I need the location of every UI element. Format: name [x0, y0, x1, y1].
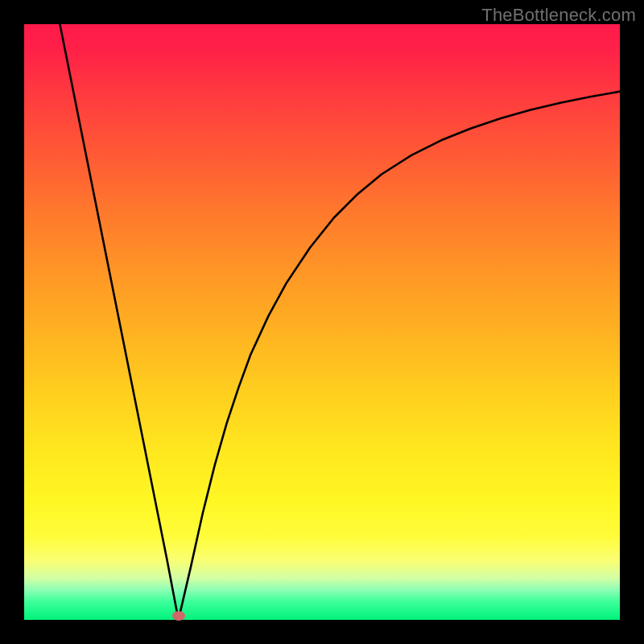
curve-svg: [24, 24, 620, 620]
chart-frame: TheBottleneck.com: [0, 0, 644, 644]
watermark-text: TheBottleneck.com: [481, 5, 636, 26]
plot-area: [24, 24, 620, 620]
optimal-point-marker: [172, 611, 185, 621]
bottleneck-curve: [60, 24, 620, 620]
